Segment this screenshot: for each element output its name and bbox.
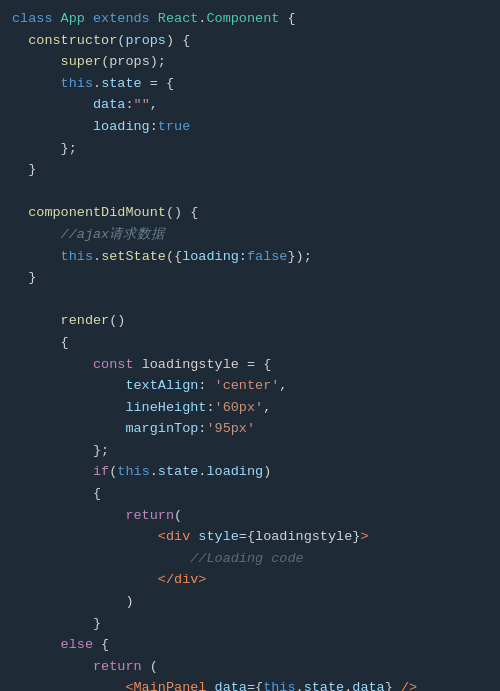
token: . — [150, 464, 158, 479]
token — [12, 378, 125, 393]
line-content: //Loading code — [12, 548, 304, 570]
token: ) — [263, 464, 271, 479]
code-line: render() — [0, 310, 500, 332]
token: else — [61, 637, 93, 652]
token — [12, 464, 93, 479]
token: //Loading code — [190, 551, 303, 566]
code-line: else { — [0, 634, 500, 656]
token: ({ — [166, 249, 182, 264]
code-line: //ajax请求数据 — [0, 224, 500, 246]
code-line: ) — [0, 591, 500, 613]
code-line: this.state = { — [0, 73, 500, 95]
token: loading — [206, 464, 263, 479]
line-content: constructor(props) { — [12, 30, 190, 52]
token: state — [101, 76, 142, 91]
line-content: }; — [12, 440, 109, 462]
token — [12, 508, 125, 523]
token: constructor — [28, 33, 117, 48]
line-content: textAlign: 'center', — [12, 375, 287, 397]
code-line: { — [0, 332, 500, 354]
token: props — [125, 33, 166, 48]
token: lineHeight — [125, 400, 206, 415]
token: true — [158, 119, 190, 134]
line-content: else { — [12, 634, 109, 656]
token — [12, 680, 125, 691]
line-content: render() — [12, 310, 125, 332]
token — [12, 335, 61, 350]
token — [12, 33, 28, 48]
line-content: if(this.state.loading) — [12, 461, 271, 483]
token: false — [247, 249, 288, 264]
code-line: data:"", — [0, 94, 500, 116]
code-line — [0, 181, 500, 203]
token: } — [385, 680, 393, 691]
token: : — [125, 97, 133, 112]
token: () { — [166, 205, 198, 220]
token: } — [28, 162, 36, 177]
token — [12, 529, 158, 544]
line-content: componentDidMount() { — [12, 202, 198, 224]
token: } — [28, 270, 36, 285]
token: <MainPanel — [125, 680, 206, 691]
token: data — [352, 680, 384, 691]
line-content: </div> — [12, 569, 206, 591]
token: : — [239, 249, 247, 264]
token: , — [279, 378, 287, 393]
token: = { — [239, 357, 271, 372]
line-content: { — [12, 332, 69, 354]
token: ={ — [247, 680, 263, 691]
token: () — [109, 313, 125, 328]
token — [12, 400, 125, 415]
token: <div — [158, 529, 190, 544]
token — [12, 486, 93, 501]
line-content: const loadingstyle = { — [12, 354, 271, 376]
line-content: } — [12, 613, 101, 635]
token: ( — [142, 659, 158, 674]
token — [12, 421, 125, 436]
token: //ajax请求数据 — [61, 227, 166, 242]
code-line: class App extends React.Component { — [0, 8, 500, 30]
token: '95px' — [206, 421, 255, 436]
line-content: return ( — [12, 656, 158, 678]
token: return — [125, 508, 174, 523]
token: loading — [182, 249, 239, 264]
token: data — [93, 97, 125, 112]
code-line: //Loading code — [0, 548, 500, 570]
token: { — [279, 11, 295, 26]
token: 'center' — [215, 378, 280, 393]
line-content: <div style={loadingstyle}> — [12, 526, 368, 548]
token — [12, 205, 28, 220]
token: this — [61, 249, 93, 264]
token: { — [93, 637, 109, 652]
line-content: lineHeight:'60px', — [12, 397, 271, 419]
token: ) — [125, 594, 133, 609]
token: , — [263, 400, 271, 415]
token: extends — [93, 11, 158, 26]
token: this — [61, 76, 93, 91]
token: : — [198, 378, 214, 393]
token: componentDidMount — [28, 205, 166, 220]
token: if — [93, 464, 109, 479]
token — [12, 141, 61, 156]
token: . — [93, 249, 101, 264]
token: const — [93, 357, 142, 372]
token: ) { — [166, 33, 190, 48]
token — [12, 54, 61, 69]
token: , — [150, 97, 158, 112]
token — [12, 637, 61, 652]
token: . — [296, 680, 304, 691]
token: ={loadingstyle} — [239, 529, 361, 544]
line-content: class App extends React.Component { — [12, 8, 296, 30]
token — [12, 270, 28, 285]
code-line: }; — [0, 138, 500, 160]
token: { — [61, 335, 69, 350]
code-line: <MainPanel data={this.state.data} /> — [0, 677, 500, 691]
code-line: </div> — [0, 569, 500, 591]
line-content: //ajax请求数据 — [12, 224, 165, 246]
code-line: constructor(props) { — [0, 30, 500, 52]
token: React — [158, 11, 199, 26]
token: App — [61, 11, 93, 26]
code-line: return ( — [0, 656, 500, 678]
code-line: lineHeight:'60px', — [0, 397, 500, 419]
token: class — [12, 11, 61, 26]
